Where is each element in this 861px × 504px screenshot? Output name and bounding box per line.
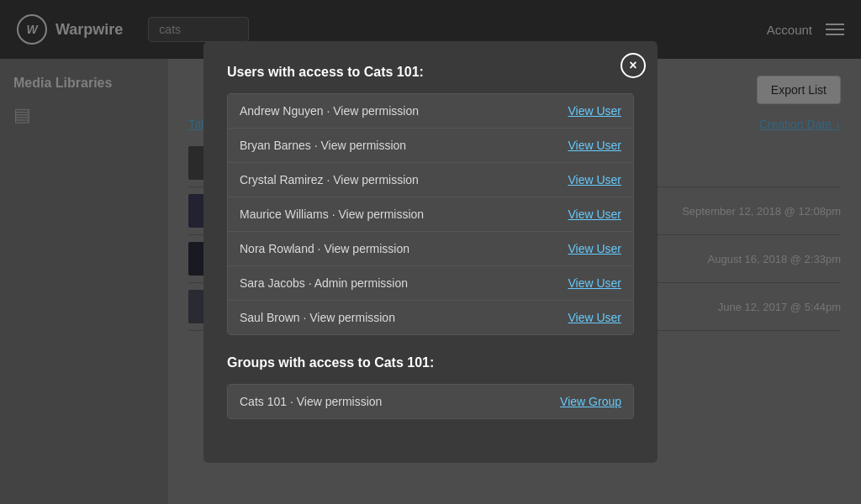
user-row: Saul Brown · View permission View User bbox=[228, 301, 633, 334]
user-row: Sara Jacobs · Admin permission View User bbox=[228, 266, 633, 301]
user-name-permission: Andrew Nguyen · View permission bbox=[240, 104, 419, 118]
view-user-link[interactable]: View User bbox=[568, 276, 621, 290]
user-row: Bryan Barnes · View permission View User bbox=[228, 129, 633, 163]
view-group-link[interactable]: View Group bbox=[560, 395, 621, 408]
user-row: Andrew Nguyen · View permission View Use… bbox=[228, 94, 633, 129]
user-name-permission: Maurice Williams · View permission bbox=[240, 207, 424, 221]
modal-overlay: × Users with access to Cats 101: Andrew … bbox=[0, 0, 861, 504]
access-modal: × Users with access to Cats 101: Andrew … bbox=[203, 41, 658, 463]
group-row: Cats 101 · View permission View Group bbox=[228, 385, 633, 418]
users-list: Andrew Nguyen · View permission View Use… bbox=[227, 93, 634, 335]
group-name-permission: Cats 101 · View permission bbox=[240, 395, 382, 408]
user-name-permission: Nora Rowland · View permission bbox=[240, 242, 409, 255]
view-user-link[interactable]: View User bbox=[568, 207, 621, 221]
user-row: Maurice Williams · View permission View … bbox=[228, 197, 633, 232]
groups-list: Cats 101 · View permission View Group bbox=[227, 384, 634, 419]
user-name-permission: Saul Brown · View permission bbox=[240, 311, 395, 324]
view-user-link[interactable]: View User bbox=[568, 104, 621, 118]
users-section-title: Users with access to Cats 101: bbox=[227, 65, 634, 80]
modal-close-button[interactable]: × bbox=[621, 53, 646, 78]
user-name-permission: Bryan Barnes · View permission bbox=[240, 139, 406, 152]
groups-section-title: Groups with access to Cats 101: bbox=[227, 355, 634, 370]
user-row: Crystal Ramirez · View permission View U… bbox=[228, 163, 633, 197]
view-user-link[interactable]: View User bbox=[568, 242, 621, 255]
view-user-link[interactable]: View User bbox=[568, 311, 621, 324]
view-user-link[interactable]: View User bbox=[568, 173, 621, 186]
user-row: Nora Rowland · View permission View User bbox=[228, 232, 633, 266]
user-name-permission: Crystal Ramirez · View permission bbox=[240, 173, 419, 186]
user-name-permission: Sara Jacobs · Admin permission bbox=[240, 276, 408, 290]
view-user-link[interactable]: View User bbox=[568, 139, 621, 152]
